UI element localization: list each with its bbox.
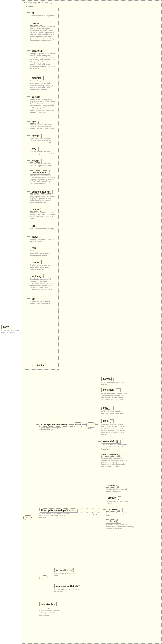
attr-creator[interactable]: creator bbox=[30, 22, 42, 26]
attr-typeuri[interactable]: typeuri bbox=[30, 260, 42, 264]
attr-uri[interactable]: uri bbox=[30, 224, 37, 228]
collapse-icon[interactable]: − bbox=[74, 509, 75, 512]
person-details-desc: A set of properties specific to a person bbox=[54, 572, 80, 576]
connector bbox=[27, 23, 30, 24]
attr-label: id bbox=[32, 12, 34, 14]
expand-icon[interactable]: + bbox=[118, 508, 120, 511]
attr-label: custom bbox=[32, 96, 40, 98]
connector bbox=[98, 408, 102, 408]
crg-item-label: narrower bbox=[108, 508, 118, 511]
expand-icon[interactable]: + bbox=[116, 440, 118, 442]
crg-broader[interactable]: broader + bbox=[106, 496, 118, 500]
crg-label: ConceptRelationshipsGroup bbox=[41, 509, 73, 512]
attr-creator-desc: If the property value is not defined, sp… bbox=[30, 26, 56, 42]
attr-id[interactable]: id bbox=[30, 11, 36, 15]
attr-whyuri[interactable]: whyuri bbox=[30, 159, 41, 163]
crg-item-label: broader bbox=[108, 496, 116, 499]
attr-modified[interactable]: modified bbox=[30, 76, 44, 80]
expand-icon[interactable]: + bbox=[109, 420, 111, 422]
party-desc: A party involved this hop of the Hop His… bbox=[2, 330, 20, 334]
expand-icon[interactable]: + bbox=[117, 497, 119, 499]
party-element[interactable]: party − bbox=[2, 325, 11, 329]
concept-definition-group[interactable]: ConceptDefinitionGroup − bbox=[40, 422, 73, 426]
connector bbox=[36, 578, 40, 578]
cdg-choice bbox=[86, 422, 95, 427]
attr-literal[interactable]: literal bbox=[30, 235, 40, 239]
attr-label: why bbox=[32, 148, 36, 150]
party-label: party bbox=[3, 326, 9, 328]
cdg-hierarchyInfo[interactable]: hierarchyInfo + bbox=[102, 453, 120, 457]
connector bbox=[103, 486, 106, 486]
crg-item-label: sameAs bbox=[108, 484, 117, 487]
cdg-occ: 0..∞ bbox=[88, 428, 92, 430]
cdg-item-label: facet bbox=[103, 420, 108, 422]
cdg-item-label: name bbox=[103, 378, 109, 380]
attr-pubconstrainturi-desc: One or many constraints that apply to pu… bbox=[30, 194, 56, 204]
org-details-element[interactable]: organisationDetails + bbox=[54, 584, 80, 588]
connector bbox=[27, 248, 30, 248]
person-details-element[interactable]: personDetails + bbox=[54, 568, 74, 572]
attr-how-desc: Indicates by which means the value was e… bbox=[30, 124, 56, 130]
attr-creatoruri[interactable]: creatoruri bbox=[30, 49, 45, 53]
connector bbox=[51, 570, 54, 570]
attr-any-other[interactable]: any ##other bbox=[30, 363, 47, 367]
connector bbox=[98, 379, 102, 379]
expand-icon[interactable]: + bbox=[117, 484, 119, 487]
attr-howuri-desc: Indicates by which means the value was e… bbox=[30, 138, 56, 144]
attr-how[interactable]: how bbox=[30, 120, 38, 124]
details-choice bbox=[40, 576, 48, 580]
expand-icon[interactable]: + bbox=[116, 520, 118, 522]
expand-icon[interactable]: + bbox=[108, 407, 110, 409]
attr-howuri[interactable]: howuri bbox=[30, 134, 42, 138]
expand-icon[interactable]: + bbox=[72, 569, 74, 571]
attr-label: qcode bbox=[32, 208, 38, 211]
body-any-other[interactable]: any ##other bbox=[40, 602, 56, 606]
cdg-note[interactable]: note + bbox=[102, 406, 110, 410]
main-sequence bbox=[25, 516, 33, 520]
connector bbox=[76, 510, 80, 510]
cdg-definition[interactable]: definition + bbox=[102, 388, 116, 392]
crg-related[interactable]: related + bbox=[106, 519, 118, 523]
connector bbox=[27, 298, 30, 299]
cdg-facet[interactable]: facet + bbox=[102, 419, 110, 423]
cdg-note-desc: Additional natural language information … bbox=[102, 410, 128, 414]
connector bbox=[27, 209, 30, 210]
attr-dir[interactable]: dir bbox=[30, 297, 37, 301]
crg-desc: A group of properties required to indica… bbox=[40, 512, 72, 519]
connector bbox=[21, 327, 21, 518]
crg-narrower[interactable]: narrower + bbox=[106, 508, 120, 512]
any-ns: ##other bbox=[46, 603, 55, 606]
cdg-item-label: hierarchyInfo bbox=[103, 453, 118, 456]
connector bbox=[36, 604, 40, 604]
expand-icon[interactable]: + bbox=[78, 585, 80, 587]
attr-type[interactable]: type bbox=[30, 246, 39, 250]
attr-pubconstraint-desc: One or many constraints that apply to pu… bbox=[30, 174, 56, 185]
expand-icon[interactable]: + bbox=[118, 454, 120, 456]
cdg-item-label: definition bbox=[103, 388, 114, 391]
connector bbox=[70, 424, 74, 425]
connector bbox=[48, 578, 51, 578]
attr-custom[interactable]: custom bbox=[30, 95, 42, 99]
connector bbox=[98, 390, 102, 390]
cdg-name[interactable]: name + bbox=[102, 377, 111, 381]
attr-label: whyuri bbox=[32, 160, 39, 162]
crg-related-desc: A related concept, where the relationshi… bbox=[106, 524, 134, 530]
expand-icon[interactable]: + bbox=[110, 378, 112, 380]
attr-qcode[interactable]: qcode bbox=[30, 208, 40, 212]
attr-why[interactable]: why bbox=[30, 147, 38, 151]
connector bbox=[103, 486, 103, 540]
attr-pubconstrainturi[interactable]: pubconstrainturi bbox=[30, 190, 52, 194]
attr-pubconstraint[interactable]: pubconstraint bbox=[30, 170, 50, 174]
connector bbox=[27, 226, 30, 226]
concept-relationships-group[interactable]: ConceptRelationshipsGroup − bbox=[40, 508, 78, 512]
connector bbox=[95, 424, 98, 425]
expand-icon[interactable]: + bbox=[114, 389, 116, 391]
cdg-remoteInfo[interactable]: remoteInfo + bbox=[102, 440, 118, 444]
crg-sameAs[interactable]: sameAs + bbox=[106, 484, 119, 488]
attr-label: typeuri bbox=[32, 261, 40, 264]
connector bbox=[88, 510, 92, 510]
connector bbox=[33, 518, 36, 518]
collapse-icon[interactable]: − bbox=[9, 326, 11, 328]
attr-xml:lang[interactable]: xml:lang bbox=[30, 274, 44, 278]
connector bbox=[103, 498, 106, 498]
